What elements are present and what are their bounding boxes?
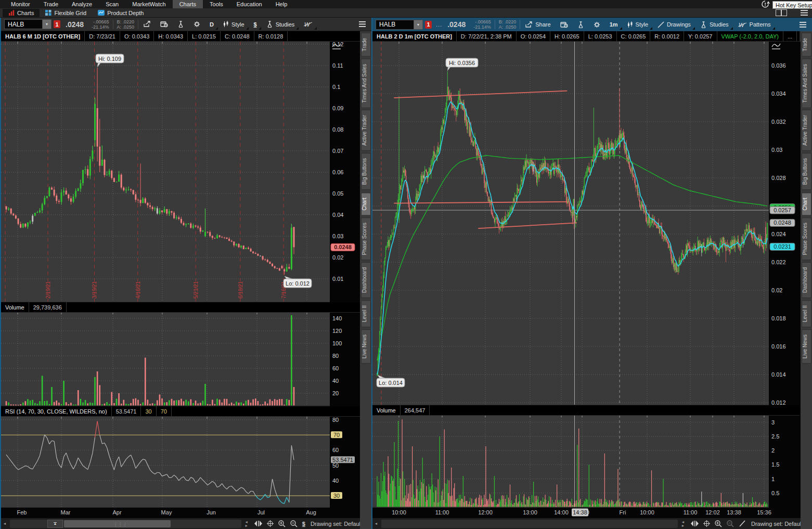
gadget-tab-trade[interactable]: Trade <box>361 33 371 57</box>
tab-product-depth[interactable]: Product Depth <box>92 9 149 17</box>
gadget-tab-active-trader[interactable]: Active Trader <box>361 110 371 151</box>
timeframe-button[interactable]: 1m <box>605 18 623 31</box>
svg-text:12:00: 12:00 <box>478 509 493 515</box>
gadget-tab-phase-scores[interactable]: Phase Scores <box>361 217 371 260</box>
zoom-in-icon[interactable] <box>715 520 722 527</box>
gadget-tab-live-news[interactable]: Live News <box>361 329 371 364</box>
scroll-track[interactable] <box>381 520 678 528</box>
menu-monitor[interactable]: Monitor <box>4 0 37 8</box>
crosshair-icon[interactable] <box>703 520 710 527</box>
volume-label[interactable]: Volume <box>372 405 401 415</box>
price-axis-settings-button[interactable]: $ <box>249 18 262 31</box>
events-calendar-button[interactable] <box>156 18 173 31</box>
svg-text:80: 80 <box>332 353 339 359</box>
menu-education[interactable]: Education <box>230 0 269 8</box>
gadget-tab-times-and-sales[interactable]: Times And Sales <box>802 59 811 108</box>
settings-gear-button[interactable] <box>189 18 205 31</box>
symbol-input[interactable]: HALB <box>4 19 43 29</box>
scroll-right-small-icon[interactable]: ◄ ► <box>679 520 687 527</box>
studies-button[interactable]: Studies <box>695 18 733 31</box>
vwap-study-label[interactable]: VWAP (-2.0, 2.0, DAY) <box>717 31 783 41</box>
tab-flexible-grid[interactable]: Flexible Grid <box>40 9 92 17</box>
scroll-handle[interactable]: ⋮⋮⋮ <box>64 520 171 527</box>
zoom-out-icon[interactable] <box>727 520 734 527</box>
gadget-tab-level-ii[interactable]: Level II <box>802 300 811 327</box>
gadget-tab-phase-scores[interactable]: Phase Scores <box>802 217 811 260</box>
price-link-icon[interactable]: $ <box>302 521 305 527</box>
gadget-tab-big-buttons[interactable]: Big Buttons <box>361 153 371 190</box>
pan-icon[interactable] <box>691 521 699 526</box>
drawings-button[interactable]: Drawings <box>653 18 695 31</box>
gadget-tab-dashboard[interactable]: Dashboard <box>361 262 371 298</box>
gadget-tab-chart[interactable]: Chart <box>361 192 371 215</box>
svg-text:2.5: 2.5 <box>771 433 779 440</box>
gadget-tab-dashboard[interactable]: Dashboard <box>802 262 811 298</box>
gadget-tab-live-news[interactable]: Live News <box>802 329 811 364</box>
thinkorswim-charts-window: MonitorTradeAnalyzeScanMarketWatchCharts… <box>0 0 812 529</box>
left-chart-scrollbar: ◄ ▲ ⋮⋮⋮ ◄ ► $ Drawing set: Default <box>1 518 371 529</box>
jump-to-end-icon[interactable]: ▲ <box>47 520 63 528</box>
share-button[interactable]: Share <box>520 18 555 31</box>
menu-help[interactable]: Help <box>269 0 294 8</box>
drawing-pencil-icon[interactable] <box>739 520 746 527</box>
menu-tools[interactable]: Tools <box>203 0 230 8</box>
ohlc-field: O: 0.0254 <box>517 31 550 41</box>
svg-text:0.04: 0.04 <box>332 212 343 218</box>
gadget-tab-trade[interactable]: Trade <box>802 33 811 57</box>
rsi-label[interactable]: RSI (14, 70, 30, CLOSE, WILDERS, no) <box>1 406 112 416</box>
gadget-tab-times-and-sales[interactable]: Times And Sales <box>361 59 371 108</box>
notifications-icon[interactable] <box>761 0 770 9</box>
more-options-icon[interactable]: ... <box>436 21 442 28</box>
scroll-right-small-icon[interactable]: ◄ ► <box>243 520 250 527</box>
alert-badge[interactable]: 1 <box>54 20 60 28</box>
zoom-out-icon[interactable] <box>290 520 298 527</box>
menu-marketwatch[interactable]: MarketWatch <box>125 0 172 8</box>
scroll-left-icon[interactable]: ◄ <box>1 522 8 525</box>
alert-badge[interactable]: 1 <box>425 21 432 29</box>
menu-charts[interactable]: Charts <box>173 0 203 8</box>
header-more[interactable]: ... <box>783 31 797 41</box>
timeframe-button[interactable]: D <box>205 18 218 31</box>
analysis-flask-button[interactable] <box>573 18 589 31</box>
share-button[interactable] <box>138 18 156 31</box>
svg-text:60: 60 <box>332 447 339 453</box>
symbol-dropdown-icon[interactable]: ▼ <box>414 20 423 30</box>
intraday-price-chart[interactable]: 32.521.510.50.0360.0340.0320.030.0280.02… <box>372 18 812 529</box>
crosshair-icon[interactable] <box>267 520 274 527</box>
drawing-set-selector[interactable]: Drawing set: Default <box>310 521 367 527</box>
chart-menu-hamburger-icon[interactable] <box>795 18 811 31</box>
daily-price-chart[interactable]: 0.120.110.10.090.080.070.060.050.040.030… <box>1 18 371 529</box>
tab-charts[interactable]: Charts <box>3 9 40 17</box>
analysis-flask-button[interactable] <box>173 18 189 31</box>
patterns-button[interactable]: WPatterns <box>733 18 776 31</box>
volume-label[interactable]: Volume <box>1 302 29 312</box>
symbol-input[interactable]: HALB <box>376 20 414 30</box>
scroll-left-icon[interactable]: ◄ <box>372 522 380 525</box>
style-button[interactable]: Style <box>623 18 653 31</box>
scroll-track[interactable]: ▲ ⋮⋮⋮ <box>10 520 241 528</box>
svg-text:Aug: Aug <box>306 509 316 515</box>
menu-trade[interactable]: Trade <box>37 0 65 8</box>
menu-hamburger-icon[interactable] <box>801 10 808 16</box>
drawing-set-selector[interactable]: Drawing set: Default <box>750 521 808 527</box>
patterns-button[interactable]: W <box>299 18 317 31</box>
gadget-tab-active-trader[interactable]: Active Trader <box>802 110 811 151</box>
menu-scan[interactable]: Scan <box>99 0 125 8</box>
grid-layout-icon[interactable] <box>776 9 787 16</box>
symbol-dropdown-icon[interactable]: ▼ <box>43 19 51 29</box>
svg-text:80: 80 <box>332 417 339 423</box>
ohlc-field: O: 0.0343 <box>120 31 154 41</box>
gadget-tab-big-buttons[interactable]: Big Buttons <box>802 153 811 190</box>
zoom-in-icon[interactable] <box>278 520 286 527</box>
settings-gear-button[interactable] <box>589 18 605 31</box>
menu-analyze[interactable]: Analyze <box>65 0 99 8</box>
gadget-tab-level-ii[interactable]: Level II <box>361 300 371 327</box>
svg-text:15:36: 15:36 <box>757 509 771 515</box>
svg-text:0.014: 0.014 <box>771 371 786 378</box>
events-calendar-button[interactable] <box>556 18 573 31</box>
pan-icon[interactable] <box>254 521 262 526</box>
chart-menu-hamburger-icon[interactable] <box>354 18 370 31</box>
style-button[interactable]: Style <box>218 18 249 31</box>
studies-button[interactable]: Studies <box>262 18 300 31</box>
gadget-tab-chart[interactable]: Chart <box>802 192 811 215</box>
